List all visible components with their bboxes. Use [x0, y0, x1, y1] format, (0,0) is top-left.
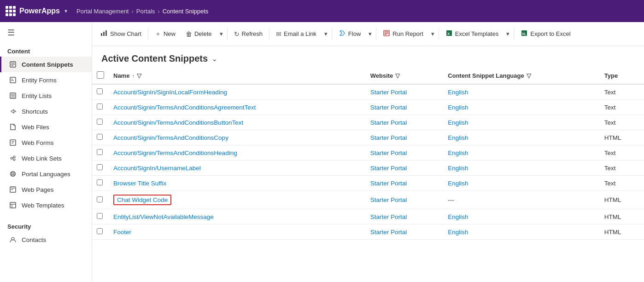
row-name-cell: Footer [109, 224, 366, 240]
row-website-3[interactable]: Starter Portal [370, 134, 407, 141]
web-templates-icon [9, 201, 17, 209]
web-link-sets-icon [9, 154, 17, 162]
row-language-4[interactable]: English [448, 150, 468, 156]
row-checkbox-0[interactable] [97, 88, 103, 94]
sidebar-item-web-templates[interactable]: Web Templates [0, 197, 92, 213]
row-name-link-3[interactable]: Account/Signin/TermsAndConditionsCopy [113, 134, 228, 141]
row-website-5[interactable]: Starter Portal [370, 165, 407, 172]
row-checkbox-3[interactable] [97, 134, 103, 140]
row-website-8[interactable]: Starter Portal [370, 213, 407, 220]
breadcrumb-current: Content Snippets [163, 8, 209, 15]
row-name-link-8[interactable]: EntityList/ViewNotAvailableMessage [113, 213, 214, 220]
svg-rect-4 [10, 77, 16, 83]
breadcrumb: Portal Management › Portals › Content Sn… [76, 8, 208, 15]
layout: ☰ Content Content Snippets Entity Forms … [0, 22, 644, 282]
breadcrumb-portals[interactable]: Portals [136, 8, 155, 15]
row-website-cell: Starter Portal [366, 100, 444, 115]
row-name-link-5[interactable]: Account/SignIn/UsernameLabel [113, 165, 201, 172]
row-name-link-0[interactable]: Account/SignIn/SignInLocalFormHeading [113, 89, 227, 96]
sidebar-item-web-forms[interactable]: Web Forms [0, 135, 92, 150]
sidebar-item-entity-lists[interactable]: Entity Lists [0, 88, 92, 104]
svg-line-18 [12, 159, 13, 159]
app-caret-icon[interactable]: ▾ [64, 8, 67, 14]
toolbar: Show Chart ＋ New 🗑 Delete ▾ ↻ Refresh ✉ … [92, 22, 644, 46]
row-website-4[interactable]: Starter Portal [370, 150, 407, 156]
page-title-dropdown-icon[interactable]: ⌄ [211, 54, 217, 63]
row-website-9[interactable]: Starter Portal [370, 229, 407, 236]
row-checkbox-2[interactable] [97, 119, 103, 125]
sidebar-item-web-pages[interactable]: Web Pages [0, 182, 92, 197]
row-checkbox-cell [92, 100, 109, 115]
row-language-9[interactable]: English [448, 229, 468, 236]
row-name-link-4[interactable]: Account/Signin/TermsAndConditionsHeading [113, 150, 237, 156]
row-checkbox-cell [92, 130, 109, 145]
sidebar-hamburger-icon[interactable]: ☰ [0, 22, 92, 43]
row-checkbox-7[interactable] [97, 196, 103, 202]
row-name-link-7[interactable]: Chat Widget Code [113, 195, 171, 205]
email-link-button[interactable]: ✉ Email a Link [271, 28, 321, 40]
sidebar-item-shortcuts[interactable]: Shortcuts [0, 104, 92, 119]
row-language-cell: English [443, 84, 600, 100]
row-name-link-9[interactable]: Footer [113, 229, 131, 236]
breadcrumb-section[interactable]: Portal Management [76, 8, 129, 15]
row-language-0[interactable]: English [448, 89, 468, 96]
excel-templates-button[interactable]: X Excel Templates [441, 27, 503, 41]
row-website-1[interactable]: Starter Portal [370, 104, 407, 111]
run-report-button[interactable]: Run Report [378, 27, 427, 41]
row-language-8[interactable]: English [448, 213, 468, 220]
show-chart-button[interactable]: Show Chart [96, 27, 146, 41]
sidebar-item-contacts[interactable]: Contacts [0, 232, 92, 247]
row-checkbox-1[interactable] [97, 104, 103, 109]
sidebar-item-label: Entity Forms [22, 77, 57, 84]
row-language-5[interactable]: English [448, 165, 468, 172]
row-website-2[interactable]: Starter Portal [370, 119, 407, 126]
name-sort-icon[interactable]: ↑ [132, 73, 135, 79]
row-checkbox-9[interactable] [97, 228, 103, 234]
sidebar-item-web-files[interactable]: Web Files [0, 119, 92, 135]
row-checkbox-cell [92, 224, 109, 240]
row-checkbox-5[interactable] [97, 164, 103, 170]
email-caret-button[interactable]: ▾ [322, 28, 330, 40]
row-checkbox-6[interactable] [97, 179, 103, 185]
row-name-link-6[interactable]: Browser Title Suffix [113, 180, 166, 187]
row-website-6[interactable]: Starter Portal [370, 180, 407, 187]
row-checkbox-8[interactable] [97, 213, 103, 219]
run-report-caret-button[interactable]: ▾ [429, 28, 437, 40]
new-button[interactable]: ＋ New [150, 27, 180, 41]
app-name: PowerApps [19, 7, 60, 15]
page-header: Active Content Snippets ⌄ [92, 46, 644, 68]
sidebar-item-content-snippets[interactable]: Content Snippets [0, 57, 92, 72]
language-filter-icon[interactable]: ▽ [527, 72, 531, 79]
row-website-0[interactable]: Starter Portal [370, 89, 407, 96]
row-checkbox-4[interactable] [97, 149, 103, 155]
delete-caret-button[interactable]: ▾ [217, 28, 225, 40]
sidebar-item-portal-languages[interactable]: Portal Languages [0, 166, 92, 182]
table-body: Account/SignIn/SignInLocalFormHeading St… [92, 84, 644, 240]
sidebar-item-web-link-sets[interactable]: Web Link Sets [0, 150, 92, 166]
refresh-button[interactable]: ↻ Refresh [229, 28, 268, 40]
toolbar-divider-1 [148, 29, 148, 40]
row-name-link-2[interactable]: Account/Signin/TermsAndConditionsButtonT… [113, 119, 243, 126]
row-website-cell: Starter Portal [366, 145, 444, 161]
svg-rect-31 [103, 32, 105, 36]
delete-button[interactable]: 🗑 Delete [181, 28, 217, 40]
website-filter-icon[interactable]: ▽ [395, 72, 400, 79]
row-language-2[interactable]: English [448, 119, 468, 126]
sidebar-content-section: Content [0, 43, 92, 57]
toolbar-divider-5 [376, 29, 376, 40]
name-filter-icon[interactable]: ▽ [137, 72, 141, 79]
flow-caret-button[interactable]: ▾ [366, 28, 374, 40]
excel-templates-caret-button[interactable]: ▾ [504, 28, 512, 40]
row-language-3[interactable]: English [448, 134, 468, 141]
sidebar-item-entity-forms[interactable]: Entity Forms [0, 72, 92, 88]
row-language-6[interactable]: English [448, 180, 468, 187]
web-forms-icon [9, 138, 17, 147]
select-all-checkbox[interactable] [97, 71, 104, 79]
sidebar-item-label: Content Snippets [22, 61, 73, 68]
export-to-excel-button[interactable]: XL Export to Excel [516, 27, 575, 41]
row-name-link-1[interactable]: Account/Signin/TermsAndConditionsAgreeme… [113, 104, 256, 111]
flow-button[interactable]: Flow [334, 27, 365, 41]
row-language-1[interactable]: English [448, 104, 468, 111]
app-grid-icon[interactable] [6, 6, 16, 16]
row-website-7[interactable]: Starter Portal [370, 196, 407, 203]
